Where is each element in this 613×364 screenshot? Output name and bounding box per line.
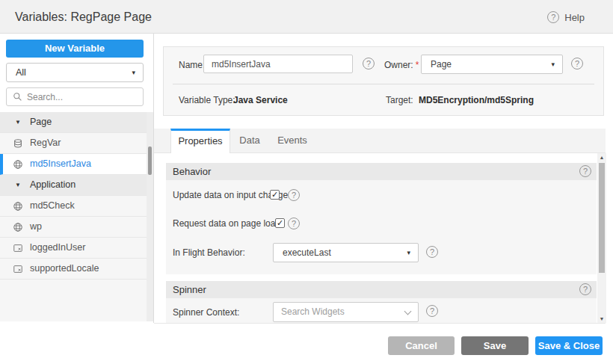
owner-select-value: Page bbox=[431, 55, 452, 73]
help-button[interactable]: ? Help bbox=[547, 10, 585, 24]
inflight-behavior-select[interactable]: executeLast ▾ bbox=[273, 243, 419, 262]
tree-item-loggedinuser[interactable]: loggedInUser bbox=[0, 238, 147, 259]
panel-divider bbox=[173, 84, 594, 84]
tree-group-page[interactable]: ▼ Page bbox=[0, 112, 147, 133]
inflight-behavior-help-icon[interactable]: ? bbox=[426, 246, 438, 258]
tree-group-application[interactable]: ▼ Application bbox=[0, 175, 147, 196]
save-button[interactable]: Save bbox=[461, 336, 529, 355]
tab-data[interactable]: Data bbox=[230, 129, 269, 153]
tab-properties[interactable]: Properties bbox=[170, 129, 230, 153]
variable-tree: ▼ Page RegVar md5InsertJava ▼ Applicatio… bbox=[0, 112, 147, 321]
java-service-variable-icon bbox=[13, 222, 23, 232]
owner-label: Owner:* bbox=[384, 60, 419, 70]
save-and-close-button[interactable]: Save & Close bbox=[535, 336, 603, 355]
required-asterisk: * bbox=[416, 60, 419, 70]
model-variable-icon bbox=[13, 138, 23, 149]
owner-select[interactable]: Page ▾ bbox=[421, 55, 563, 74]
variable-type-label: Variable Type: bbox=[179, 95, 235, 105]
tree-item-wp[interactable]: wp bbox=[0, 217, 147, 238]
tree-item-md5insertjava[interactable]: md5InsertJava bbox=[0, 154, 147, 175]
java-service-variable-icon bbox=[13, 159, 23, 170]
new-variable-button[interactable]: New Variable bbox=[6, 40, 144, 58]
sidebar-scrollbar-thumb[interactable] bbox=[148, 146, 152, 175]
content-bottom-edge bbox=[154, 323, 606, 324]
help-circle-icon: ? bbox=[547, 11, 559, 23]
java-service-variable-icon bbox=[13, 201, 23, 212]
variable-filter-select[interactable]: All ▾ bbox=[6, 63, 144, 82]
behavior-section: Behavior ? Update data on input change ✓… bbox=[166, 163, 597, 274]
target-label: Target: bbox=[386, 95, 413, 105]
dialog-title-bar: Variables: RegPage Page ? Help bbox=[0, 0, 613, 34]
tree-item-md5check[interactable]: md5Check bbox=[0, 196, 147, 217]
behavior-section-body: Update data on input change ✓ ? Request … bbox=[166, 180, 597, 274]
tab-bar: Properties Data Events bbox=[154, 129, 606, 153]
tab-events[interactable]: Events bbox=[269, 129, 315, 153]
spinner-section: Spinner ? Spinner Context: Search Widget… bbox=[166, 281, 597, 323]
spinner-context-placeholder: Search Widgets bbox=[281, 303, 345, 321]
behavior-help-icon[interactable]: ? bbox=[579, 165, 591, 177]
page-title: Variables: RegPage Page bbox=[15, 0, 152, 34]
tree-item-label: supportedLocale bbox=[30, 259, 99, 279]
request-on-load-checkbox[interactable]: ✓ bbox=[275, 218, 285, 228]
behavior-section-title: Behavior bbox=[173, 163, 211, 180]
spinner-context-combobox[interactable]: Search Widgets bbox=[273, 302, 419, 322]
tree-group-label: Page bbox=[30, 112, 52, 132]
sidebar-divider bbox=[153, 34, 154, 323]
tree-item-label: RegVar bbox=[30, 133, 61, 153]
content-scrollbar-thumb[interactable] bbox=[599, 163, 605, 273]
cancel-button[interactable]: Cancel bbox=[388, 336, 455, 355]
spinner-context-help-icon[interactable]: ? bbox=[426, 305, 438, 317]
chevron-down-icon: ▾ bbox=[407, 249, 410, 256]
tree-item-label: md5Check bbox=[30, 196, 75, 216]
inflight-behavior-label: In Flight Behavior: bbox=[173, 247, 245, 258]
tree-item-label: wp bbox=[30, 217, 42, 237]
search-icon bbox=[13, 92, 22, 102]
group-collapse-caret-icon[interactable]: ▼ bbox=[15, 112, 21, 132]
request-on-load-label: Request data on page load bbox=[173, 218, 280, 229]
sidebar-search-input[interactable] bbox=[27, 92, 132, 102]
spinner-help-icon[interactable]: ? bbox=[579, 283, 591, 295]
chevron-down-icon: ▾ bbox=[132, 69, 135, 76]
update-on-input-checkbox[interactable]: ✓ bbox=[270, 190, 280, 200]
group-collapse-caret-icon[interactable]: ▼ bbox=[15, 175, 21, 195]
request-on-load-help-icon[interactable]: ? bbox=[288, 218, 300, 229]
help-label: Help bbox=[564, 12, 585, 23]
tree-item-regvar[interactable]: RegVar bbox=[0, 133, 147, 154]
name-help-icon[interactable]: ? bbox=[363, 58, 375, 70]
variable-type-value: Java Service bbox=[233, 95, 288, 105]
name-input[interactable] bbox=[203, 55, 353, 73]
tree-group-label: Application bbox=[30, 175, 76, 195]
update-on-input-help-icon[interactable]: ? bbox=[288, 189, 300, 201]
tree-item-supportedlocale[interactable]: supportedLocale bbox=[0, 259, 147, 280]
tree-item-label: md5InsertJava bbox=[30, 154, 91, 174]
spinner-context-label: Spinner Context: bbox=[173, 307, 239, 318]
variable-filter-value: All bbox=[16, 64, 26, 81]
behavior-section-header: Behavior ? bbox=[166, 163, 597, 180]
inflight-behavior-value: executeLast bbox=[283, 244, 331, 262]
chevron-down-icon bbox=[404, 308, 412, 315]
chevron-down-icon: ▾ bbox=[551, 61, 555, 68]
spinner-section-header: Spinner ? bbox=[166, 281, 597, 298]
tree-item-label: loggedInUser bbox=[30, 238, 85, 258]
spinner-section-title: Spinner bbox=[173, 281, 206, 298]
static-variable-icon bbox=[13, 264, 23, 274]
spinner-section-body: Spinner Context: Search Widgets ? bbox=[166, 298, 597, 323]
sidebar-scrollbar-track[interactable] bbox=[147, 112, 153, 321]
target-value: MD5Encryption/md5Spring bbox=[419, 95, 534, 105]
owner-help-icon[interactable]: ? bbox=[571, 58, 583, 70]
scroll-down-icon[interactable]: ▼ bbox=[597, 316, 606, 321]
scroll-up-icon[interactable]: ▲ bbox=[597, 155, 606, 160]
sidebar-search-box[interactable] bbox=[6, 87, 144, 106]
variable-summary-panel: Name:* ? Owner:* Page ▾ ? Variable Type:… bbox=[163, 46, 604, 116]
static-variable-icon bbox=[13, 243, 23, 253]
